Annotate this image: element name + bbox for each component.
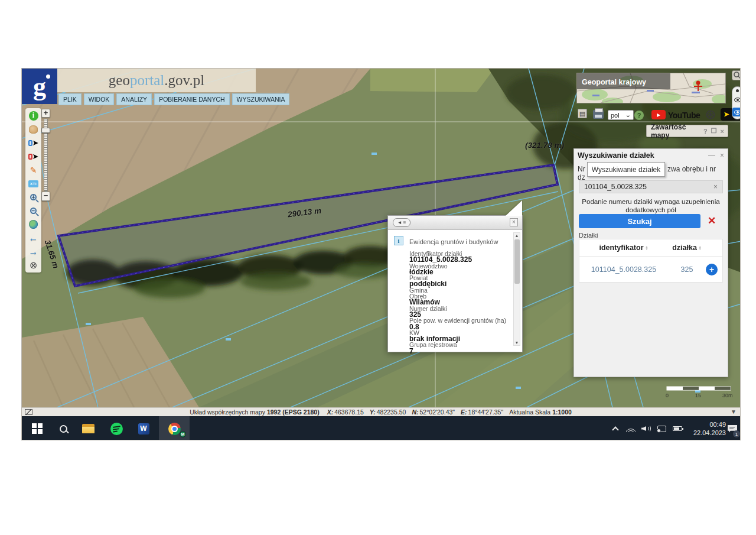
map-contents-titlebar[interactable]: Zawartość mapy ? ❐ ×: [646, 125, 728, 137]
attr-value: 0.8: [409, 324, 509, 330]
back-to-list-button[interactable]: ◄ ≡: [393, 218, 410, 227]
settings-wheel-button[interactable]: [706, 110, 715, 119]
xti-tool-button[interactable]: XTI: [28, 179, 39, 189]
popup-attribute-list: Identyfikator działki 101104_5.0028.325 …: [409, 251, 509, 354]
popup-close-button[interactable]: ×: [510, 218, 518, 226]
status-n-label: N:: [412, 408, 418, 416]
browser-map-window: 0 15 30m (321.78 m) 290.13 m 31.65 m g g…: [21, 68, 741, 440]
magnifier-plus-icon: +: [30, 194, 37, 200]
taskbar-search-button[interactable]: [50, 416, 76, 440]
select-area-tool-button[interactable]: ➤: [28, 138, 39, 148]
parcel-search-panel: Wyszukiwanie działek — × Nr zwa obrębu i…: [573, 148, 728, 377]
clock-tray[interactable]: 00:49 22.04.2023: [688, 416, 726, 440]
active-eye-button[interactable]: [732, 108, 741, 116]
deselect-area-tool-button[interactable]: ➤: [28, 151, 39, 161]
youtube-label[interactable]: YouTube: [668, 111, 700, 120]
zoom-out-button[interactable]: −: [41, 192, 50, 201]
results-table: identyfikator ▲▼ działka ▲▼ 101104_5.002…: [579, 239, 723, 283]
volume-tray-button[interactable]: [638, 416, 654, 440]
chrome-icon: [168, 423, 181, 435]
magnifier-icon: [732, 71, 741, 80]
xti-icon: XTI: [28, 180, 38, 187]
cast-tray-button[interactable]: [654, 416, 669, 440]
scale-tick-15: 15: [695, 393, 701, 398]
map-contents-help-button[interactable]: ?: [703, 128, 708, 135]
speaker-icon: [641, 425, 651, 432]
cancel-search-icon[interactable]: ✕: [708, 215, 716, 227]
results-header-row: identyfikator ▲▼ działka ▲▼: [579, 239, 722, 257]
overview-minimap[interactable]: Geoportal krajowy: [576, 73, 726, 103]
attr-value: 7: [409, 348, 509, 354]
zoom-out-tool-button[interactable]: −: [28, 206, 39, 216]
start-button[interactable]: [24, 416, 50, 440]
spotify-button[interactable]: [103, 416, 129, 440]
question-icon: ?: [637, 112, 641, 119]
panel-minimize-button[interactable]: —: [708, 151, 715, 160]
search-magnifier-button[interactable]: [732, 70, 741, 80]
print-button[interactable]: [593, 110, 604, 119]
parcel-info-popup: ◄ ≡ × i Ewidencja gruntów i budynków Ide…: [387, 215, 523, 352]
globe-tool-button[interactable]: [28, 219, 39, 229]
chrome-button-active[interactable]: M: [159, 416, 190, 440]
status-n-value: 52°02'20.43": [419, 408, 455, 416]
battery-tray-button[interactable]: [669, 416, 686, 440]
column-header-dzialka[interactable]: działka ▲▼: [668, 244, 706, 252]
chevron-up-icon: [612, 426, 618, 433]
menu-widok[interactable]: WIDOK: [84, 93, 115, 105]
menu-plik[interactable]: PLIK: [58, 93, 82, 105]
wifi-tray-button[interactable]: [623, 416, 638, 440]
search-hint-line1: Podanie numeru działki wymaga uzupełnien…: [579, 197, 723, 206]
geoportal-logo[interactable]: g: [22, 69, 57, 104]
search-tooltip: Wyszukiwanie działek: [587, 162, 665, 177]
popup-scrollbar[interactable]: ▲ ▼: [513, 232, 520, 346]
map-contents-maximize-button[interactable]: ❐: [711, 127, 717, 135]
zoom-in-button[interactable]: +: [41, 109, 50, 118]
column-header-identyfikator[interactable]: identyfikator ▲▼: [579, 244, 668, 252]
results-list-label: Działki: [579, 232, 598, 239]
panel-close-button[interactable]: ×: [720, 151, 724, 160]
tray-expand-button[interactable]: [607, 416, 624, 440]
info-tool-button[interactable]: i: [28, 111, 39, 121]
collapse-arrow-icon[interactable]: ▼: [731, 408, 737, 415]
previous-view-button[interactable]: ←: [28, 233, 39, 243]
status-toggle-icon[interactable]: [25, 409, 32, 415]
scrollbar-thumb[interactable]: [514, 239, 520, 284]
full-extent-button[interactable]: ⊗: [28, 260, 39, 270]
search-button[interactable]: Szukaj: [579, 214, 700, 228]
running-indicator: [159, 440, 190, 440]
running-indicator: [81, 440, 95, 440]
eye-toggle-button[interactable]: [734, 98, 741, 102]
parcel-search-input[interactable]: 101104_5.0028.325 ×: [579, 180, 723, 193]
tray-date: 22.04.2023: [693, 429, 726, 437]
next-view-button[interactable]: →: [28, 247, 39, 257]
help-button[interactable]: ?: [634, 111, 644, 120]
youtube-button[interactable]: ▶: [651, 110, 666, 119]
scroll-down-icon[interactable]: ▼: [514, 341, 520, 345]
printer-icon: [593, 110, 604, 119]
scroll-up-icon[interactable]: ▲: [514, 234, 520, 238]
measurement-label-total: (321.78 m): [525, 141, 564, 150]
panel-titlebar[interactable]: Wyszukiwanie działek — ×: [574, 149, 728, 162]
windows-logo-icon: [32, 423, 43, 434]
dot-button[interactable]: [736, 89, 739, 92]
legend-button[interactable]: ▤: [578, 109, 587, 118]
notification-center-button[interactable]: 1: [724, 416, 741, 440]
language-select[interactable]: pol ⌄: [608, 110, 634, 120]
zoom-slider-handle[interactable]: [41, 128, 50, 133]
word-button[interactable]: W: [131, 416, 157, 440]
battery-icon: [673, 426, 682, 431]
map-contents-title: Zawartość mapy: [651, 123, 703, 140]
result-row[interactable]: 101104_5.0028.325 325 +: [579, 257, 722, 282]
white-eye-icon: [734, 110, 741, 115]
pan-tool-button[interactable]: [28, 124, 39, 134]
menu-wyszukiwania[interactable]: WYSZUKIWANIA: [232, 93, 290, 105]
file-explorer-button[interactable]: [75, 416, 101, 440]
add-parcel-button[interactable]: +: [706, 264, 718, 275]
zoom-in-tool-button[interactable]: +: [28, 192, 39, 202]
map-contents-close-button[interactable]: ×: [721, 128, 724, 135]
menu-pobieranie-danych[interactable]: POBIERANIE DANYCH: [154, 93, 229, 105]
menu-analizy[interactable]: ANALIZY: [116, 93, 152, 105]
status-scale-label: Aktualna Skala: [509, 408, 550, 416]
measure-tool-button[interactable]: ✎: [28, 165, 39, 175]
clear-input-icon[interactable]: ×: [713, 183, 718, 191]
